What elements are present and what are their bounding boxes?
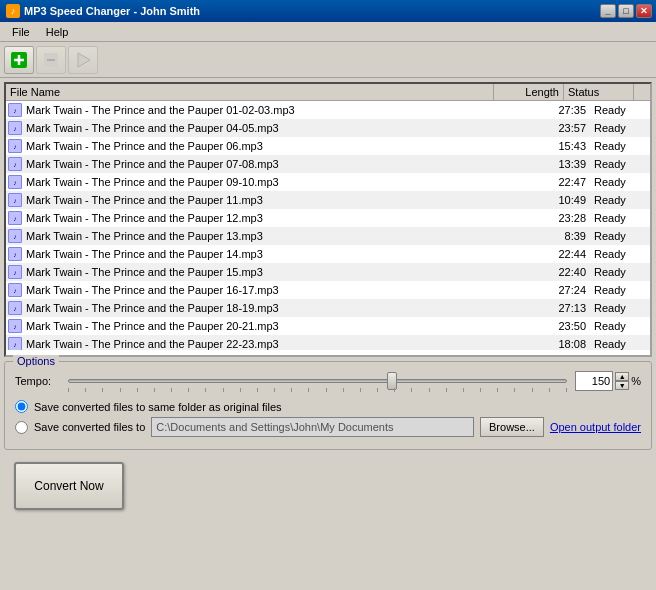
table-row[interactable]: ♪Mark Twain - The Prince and the Pauper … [6,335,650,350]
file-status-cell: Ready [590,302,650,314]
table-row[interactable]: ♪Mark Twain - The Prince and the Pauper … [6,137,650,155]
toolbar [0,42,656,78]
tempo-slider-container [68,370,567,392]
file-length-cell: 18:08 [530,338,590,350]
file-length-cell: 27:24 [530,284,590,296]
file-length-cell: 13:39 [530,158,590,170]
mp3-file-icon: ♪ [6,191,24,209]
convert-now-button[interactable]: Convert Now [14,462,124,510]
file-name-cell: Mark Twain - The Prince and the Pauper 1… [24,230,530,242]
radio-custom-folder-label: Save converted files to [34,421,145,433]
file-status-cell: Ready [590,212,650,224]
window-title: MP3 Speed Changer - John Smith [24,5,200,17]
file-length-cell: 8:39 [530,230,590,242]
file-status-cell: Ready [590,320,650,332]
file-status-cell: Ready [590,140,650,152]
file-status-cell: Ready [590,122,650,134]
mp3-file-icon: ♪ [6,245,24,263]
open-output-folder-link[interactable]: Open output folder [550,421,641,433]
tempo-slider-track [68,379,567,383]
radio-custom-folder[interactable] [15,421,28,434]
file-status-cell: Ready [590,338,650,350]
file-name-cell: Mark Twain - The Prince and the Pauper 2… [24,320,530,332]
file-length-cell: 22:47 [530,176,590,188]
add-files-button[interactable] [4,46,34,74]
play-button[interactable] [68,46,98,74]
col-header-filename: File Name [6,84,494,100]
table-row[interactable]: ♪Mark Twain - The Prince and the Pauper … [6,173,650,191]
bottom-area: Convert Now [0,454,656,518]
mp3-file-icon: ♪ [6,263,24,281]
title-controls: _ □ ✕ [600,4,652,18]
file-list-body[interactable]: ♪Mark Twain - The Prince and the Pauper … [6,101,650,350]
mp3-file-icon: ♪ [6,173,24,191]
table-row[interactable]: ♪Mark Twain - The Prince and the Pauper … [6,245,650,263]
app-icon: ♪ [6,4,20,18]
tempo-spinner: ▲ ▼ [615,372,629,390]
close-button[interactable]: ✕ [636,4,652,18]
mp3-file-icon: ♪ [6,299,24,317]
mp3-file-icon: ♪ [6,101,24,119]
file-length-cell: 23:50 [530,320,590,332]
mp3-file-icon: ♪ [6,227,24,245]
file-status-cell: Ready [590,230,650,242]
radio-same-folder-row: Save converted files to same folder as o… [15,400,641,413]
tempo-row: Tempo: [15,370,641,392]
file-name-cell: Mark Twain - The Prince and the Pauper 0… [24,104,530,116]
file-name-cell: Mark Twain - The Prince and the Pauper 1… [24,212,530,224]
tempo-spinner-down[interactable]: ▼ [615,381,629,390]
file-status-cell: Ready [590,194,650,206]
options-legend: Options [13,355,59,367]
percent-label: % [631,375,641,387]
maximize-button[interactable]: □ [618,4,634,18]
remove-files-button[interactable] [36,46,66,74]
file-status-cell: Ready [590,104,650,116]
file-name-cell: Mark Twain - The Prince and the Pauper 0… [24,122,530,134]
tempo-input[interactable] [575,371,613,391]
tempo-slider-thumb[interactable] [387,372,397,390]
browse-button[interactable]: Browse... [480,417,544,437]
file-length-cell: 22:44 [530,248,590,260]
menu-help[interactable]: Help [38,24,77,40]
path-input[interactable] [151,417,474,437]
table-row[interactable]: ♪Mark Twain - The Prince and the Pauper … [6,299,650,317]
table-row[interactable]: ♪Mark Twain - The Prince and the Pauper … [6,209,650,227]
table-row[interactable]: ♪Mark Twain - The Prince and the Pauper … [6,101,650,119]
tempo-spinner-up[interactable]: ▲ [615,372,629,381]
file-name-cell: Mark Twain - The Prince and the Pauper 1… [24,248,530,260]
file-status-cell: Ready [590,176,650,188]
file-list-header: File Name Length Status [6,84,650,101]
file-name-cell: Mark Twain - The Prince and the Pauper 1… [24,194,530,206]
table-row[interactable]: ♪Mark Twain - The Prince and the Pauper … [6,227,650,245]
file-status-cell: Ready [590,266,650,278]
file-length-cell: 27:35 [530,104,590,116]
minimize-button[interactable]: _ [600,4,616,18]
file-name-cell: Mark Twain - The Prince and the Pauper 1… [24,266,530,278]
file-name-cell: Mark Twain - The Prince and the Pauper 2… [24,338,530,350]
menu-file[interactable]: File [4,24,38,40]
mp3-file-icon: ♪ [6,155,24,173]
mp3-file-icon: ♪ [6,335,24,350]
file-status-cell: Ready [590,248,650,260]
file-length-cell: 27:13 [530,302,590,314]
file-length-cell: 23:28 [530,212,590,224]
col-header-status: Status [564,84,634,100]
table-row[interactable]: ♪Mark Twain - The Prince and the Pauper … [6,119,650,137]
table-row[interactable]: ♪Mark Twain - The Prince and the Pauper … [6,191,650,209]
mp3-file-icon: ♪ [6,281,24,299]
file-name-cell: Mark Twain - The Prince and the Pauper 0… [24,176,530,188]
file-list-container: File Name Length Status ♪Mark Twain - Th… [4,82,652,357]
table-row[interactable]: ♪Mark Twain - The Prince and the Pauper … [6,263,650,281]
file-name-cell: Mark Twain - The Prince and the Pauper 0… [24,140,530,152]
file-status-cell: Ready [590,158,650,170]
table-row[interactable]: ♪Mark Twain - The Prince and the Pauper … [6,155,650,173]
table-row[interactable]: ♪Mark Twain - The Prince and the Pauper … [6,281,650,299]
table-row[interactable]: ♪Mark Twain - The Prince and the Pauper … [6,317,650,335]
file-length-cell: 23:57 [530,122,590,134]
mp3-file-icon: ♪ [6,317,24,335]
radio-same-folder[interactable] [15,400,28,413]
title-bar-title: ♪ MP3 Speed Changer - John Smith [6,4,200,18]
tempo-label: Tempo: [15,375,60,387]
mp3-file-icon: ♪ [6,119,24,137]
file-name-cell: Mark Twain - The Prince and the Pauper 1… [24,284,530,296]
